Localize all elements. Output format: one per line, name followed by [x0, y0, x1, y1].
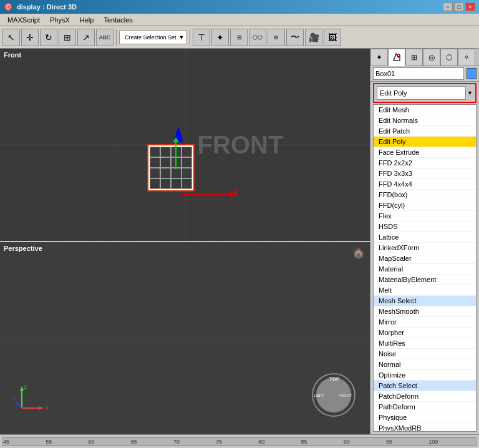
modifier-physique[interactable]: Physique	[374, 412, 476, 423]
toolbar-move-btn[interactable]: ✛	[21, 29, 39, 46]
home-icon[interactable]: 🏠	[352, 247, 365, 260]
toolbar-abc-btn[interactable]: ABC	[96, 29, 114, 46]
svg-marker-19	[39, 406, 44, 410]
modifier-normal[interactable]: Normal	[374, 359, 476, 370]
toolbar-filter-btn[interactable]: ⊤	[193, 29, 210, 46]
toolbar-mirror-btn[interactable]: ⬡⬡	[249, 29, 266, 46]
modifier-edit-normals[interactable]: Edit Normals	[374, 115, 476, 126]
modifier-materialbyelement[interactable]: MaterialByElement	[374, 275, 476, 285]
persp-axes-svg: X Z Y	[12, 380, 50, 417]
modifier-lattice[interactable]: Lattice	[374, 232, 476, 243]
tick-85: 85	[301, 439, 307, 445]
modifier-linkedxform[interactable]: LinkedXForm	[374, 243, 476, 253]
toolbar-array-btn[interactable]: ⊕	[268, 29, 285, 46]
modifier-ffd-3x3x3[interactable]: FFD 3x3x3	[374, 168, 476, 179]
modifier-row: Edit Mesh Edit Normals Edit Patch Edit P…	[373, 83, 477, 103]
menu-maxscript[interactable]: MAXScript	[2, 14, 45, 26]
toolbar-render-btn[interactable]: 🎥	[305, 29, 322, 46]
modifier-edit-patch[interactable]: Edit Patch	[374, 126, 476, 137]
modifier-noise[interactable]: Noise	[374, 349, 476, 359]
navigation-gimbal[interactable]: TOP LEFT FRONT	[311, 372, 357, 419]
modifier-mapscaler[interactable]: MapScaler	[374, 253, 476, 264]
modifier-ffd-4x4x4[interactable]: FFD 4x4x4	[374, 179, 476, 190]
modifier-ffd-cyl[interactable]: FFD(cyl)	[374, 200, 476, 211]
selection-set-arrow: ▼	[179, 34, 185, 41]
toolbar-sep2	[190, 29, 190, 46]
panel-tabs: ✦ ⊞ ◎ ⬡ ✧	[370, 49, 479, 66]
modify-tab-icon	[392, 52, 402, 62]
menu-tentacles[interactable]: Tentacles	[99, 14, 137, 26]
modifier-optimize[interactable]: Optimize	[374, 370, 476, 381]
modifier-meshsmooth[interactable]: MeshSmooth	[374, 306, 476, 317]
titlebar-title: display : Direct 3D	[17, 3, 77, 11]
toolbar-snap2-btn[interactable]: ≡	[230, 29, 248, 46]
toolbar-rotate-btn[interactable]: ↻	[40, 29, 57, 46]
timeline-bar[interactable]: 45 55 60 65 70 75 80 85 90 95 100	[2, 437, 477, 446]
viewport-persp[interactable]: Perspective 🏠 Z	[0, 242, 370, 434]
modifier-dropdown[interactable]: Edit Mesh Edit Normals Edit Patch Edit P…	[377, 86, 466, 100]
toolbar-select-btn[interactable]: ↖	[2, 29, 20, 46]
tick-95: 95	[386, 439, 392, 445]
front-viewport-label: Front	[4, 51, 21, 59]
selection-set-dropdown[interactable]: Create Selection Set ▼	[119, 31, 187, 44]
modifier-morpher[interactable]: Morpher	[374, 328, 476, 338]
tab-motion[interactable]: ◎	[423, 49, 440, 66]
front-wireframe-box	[148, 145, 193, 190]
viewport-front[interactable]: Front X FRONT	[0, 49, 370, 242]
tab-create[interactable]: ✦	[370, 49, 388, 66]
toolbar-scale-btn[interactable]: ⊞	[59, 29, 76, 46]
modifier-melt[interactable]: Melt	[374, 285, 476, 296]
modifier-patchdeform[interactable]: PatchDeform	[374, 391, 476, 402]
toolbar-curve-btn[interactable]: 〜	[286, 29, 304, 46]
minimize-button[interactable]: −	[443, 2, 453, 11]
maximize-button[interactable]: □	[454, 2, 464, 11]
modifier-hsds[interactable]: HSDS	[374, 222, 476, 232]
modifier-edit-poly[interactable]: Edit Poly	[374, 137, 476, 147]
tab-hierarchy[interactable]: ⊞	[405, 49, 423, 66]
tick-100: 100	[428, 439, 438, 445]
modifier-physxmodrb[interactable]: PhysXModRB	[374, 423, 476, 432]
x-axis-front	[181, 194, 231, 195]
svg-text:TOP: TOP	[329, 376, 340, 382]
tick-90: 90	[344, 439, 350, 445]
main-content: Front X FRONT	[0, 49, 479, 434]
front-watermark: FRONT	[198, 131, 284, 159]
toolbar-render2-btn[interactable]: 🖼	[324, 29, 341, 46]
y-axis-front	[175, 141, 177, 169]
y-axis-arrowhead-front	[173, 137, 179, 142]
svg-text:FRONT: FRONT	[339, 394, 352, 397]
titlebar-controls: − □ ×	[443, 2, 475, 11]
persp-axes: X Z Y	[12, 380, 50, 419]
modifier-ffd-box[interactable]: FFD(box)	[374, 190, 476, 200]
tick-60: 60	[88, 439, 94, 445]
tick-75: 75	[216, 439, 222, 445]
object-name-input[interactable]	[373, 67, 464, 80]
tick-70: 70	[173, 439, 180, 445]
toolbar-ref-btn[interactable]: ↗	[77, 29, 95, 46]
tab-display[interactable]: ⬡	[440, 49, 458, 66]
tab-utilities[interactable]: ✧	[458, 49, 475, 66]
modifier-edit-mesh[interactable]: Edit Mesh	[374, 105, 476, 115]
toolbar-snap-btn[interactable]: ✦	[211, 29, 229, 46]
modifier-material[interactable]: Material	[374, 264, 476, 275]
tab-modify[interactable]	[388, 49, 405, 66]
right-panel: ✦ ⊞ ◎ ⬡ ✧ Edit Mesh Edit Normals Edit Pa…	[370, 49, 479, 434]
gimbal-svg: TOP LEFT FRONT	[311, 372, 357, 419]
modifier-flex[interactable]: Flex	[374, 211, 476, 222]
close-button[interactable]: ×	[465, 2, 475, 11]
menu-help[interactable]: Help	[75, 14, 99, 26]
toolbar: ↖ ✛ ↻ ⊞ ↗ ABC Create Selection Set ▼ ⊤ ✦…	[0, 26, 479, 49]
modifier-patch-select[interactable]: Patch Select	[374, 381, 476, 391]
menu-physx[interactable]: PhysX	[45, 14, 75, 26]
titlebar: 🎯 display : Direct 3D − □ ×	[0, 0, 479, 14]
modifier-ffd-2x2x2[interactable]: FFD 2x2x2	[374, 158, 476, 168]
modifier-mirror[interactable]: Mirror	[374, 317, 476, 328]
modifier-list[interactable]: Edit Mesh Edit Normals Edit Patch Edit P…	[373, 104, 477, 432]
modifier-face-extrude[interactable]: Face Extrude	[374, 147, 476, 158]
modifier-multires[interactable]: MultiRes	[374, 338, 476, 349]
object-color-swatch[interactable]	[467, 68, 477, 79]
modifier-mesh-select[interactable]: Mesh Select	[374, 296, 476, 306]
front-box-grid	[150, 147, 192, 189]
modifier-pathdeform[interactable]: PathDeform	[374, 402, 476, 412]
timeline-wrapper: 45 55 60 65 70 75 80 85 90 95 100	[0, 434, 479, 448]
